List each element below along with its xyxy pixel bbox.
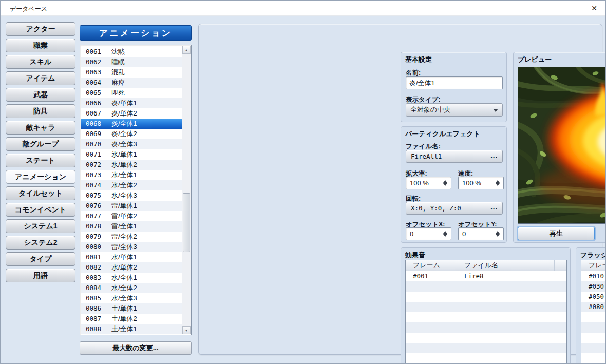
sidebar-item-weapons[interactable]: 武器: [6, 88, 75, 102]
flash-table[interactable]: フレーム時間色 #01030(255,221,51,204)#03030(187…: [581, 260, 606, 364]
animation-name: 水/全体1: [108, 274, 137, 281]
animation-list-item[interactable]: 0082水/単体2: [81, 262, 182, 273]
file-name-picker[interactable]: FireAll1 ...: [406, 150, 503, 163]
sidebar-item-common-events[interactable]: コモンイベント: [6, 203, 75, 217]
animation-list-item[interactable]: 0086土/単体1: [81, 303, 182, 314]
animation-list-item[interactable]: 0077雷/単体2: [81, 211, 182, 221]
animation-list-item[interactable]: 0080雷/全体3: [81, 242, 182, 252]
display-type-select[interactable]: 全対象の中央: [406, 103, 503, 117]
flash-row[interactable]: #05030(255,221,51,204): [581, 292, 606, 302]
se-row[interactable]: #001Fire8: [406, 271, 566, 281]
offset-y-value: 0: [462, 228, 466, 240]
animation-name: 炎/全体3: [108, 140, 137, 148]
animation-list-item[interactable]: 0084水/全体2: [81, 283, 182, 293]
sidebar-item-system1[interactable]: システム1: [6, 219, 75, 233]
sidebar-item-troops[interactable]: 敵グループ: [6, 137, 75, 151]
sidebar-item-enemies[interactable]: 敵キャラ: [6, 121, 75, 135]
flash-row[interactable]: #01030(255,221,51,204): [581, 271, 606, 281]
scroll-up-icon[interactable]: ▲: [182, 46, 191, 54]
preview-title: プレビュー: [518, 55, 552, 64]
animation-list[interactable]: 0061沈黙0062睡眠0063混乱0064麻痺0065即死0066炎/単体10…: [80, 45, 192, 335]
scroll-down-icon[interactable]: ▼: [182, 326, 191, 334]
animation-list-item[interactable]: 0070炎/全体3: [81, 139, 182, 149]
sidebar-item-terms[interactable]: 用語: [6, 269, 75, 282]
close-icon[interactable]: ✕: [588, 3, 600, 14]
sidebar-item-types[interactable]: タイプ: [6, 252, 75, 266]
animation-id: 0061: [86, 47, 108, 57]
animation-list-item[interactable]: 0071氷/単体1: [81, 149, 182, 160]
se-column-header-spacer: [555, 260, 566, 271]
animation-list-item[interactable]: 0069炎/全体2: [81, 129, 182, 139]
sidebar-item-states[interactable]: ステート: [6, 154, 75, 167]
sidebar-item-skills[interactable]: スキル: [6, 55, 75, 69]
sidebar-item-items[interactable]: アイテム: [6, 71, 75, 85]
animation-list-item[interactable]: 0074氷/全体2: [81, 180, 182, 190]
animation-id: 0077: [86, 211, 108, 221]
sidebar-item-classes[interactable]: 職業: [6, 39, 75, 52]
animation-list-item[interactable]: 0064麻痺: [81, 78, 182, 88]
animation-list-item[interactable]: 0068炎/全体1: [81, 119, 182, 129]
animation-list-item[interactable]: 0067炎/単体2: [81, 108, 182, 119]
animation-list-item[interactable]: 0063混乱: [81, 67, 182, 78]
animation-list-item[interactable]: 0073氷/全体1: [81, 170, 182, 180]
name-input[interactable]: 炎/全体1: [406, 76, 503, 89]
animation-list-item[interactable]: 0083水/全体1: [81, 273, 182, 283]
animation-id: 0065: [86, 88, 108, 98]
animation-list-item[interactable]: 0078雷/全体1: [81, 221, 182, 232]
spin-down-icon[interactable]: [443, 183, 447, 186]
animation-id: 0072: [86, 160, 108, 170]
sidebar-item-armors[interactable]: 防具: [6, 104, 75, 118]
ellipsis-icon: ...: [490, 201, 498, 213]
spin-up-icon[interactable]: [443, 180, 447, 183]
flash-row[interactable]: #08050(187,102,102,68): [581, 302, 606, 312]
animation-id: 0064: [86, 78, 108, 88]
animation-name: 氷/単体2: [108, 161, 137, 168]
scale-spinner[interactable]: 100 %: [406, 177, 451, 189]
sidebar-item-actors[interactable]: アクター: [6, 22, 75, 36]
flash-title: フラッシュ: [580, 251, 606, 260]
animation-list-item[interactable]: 0088土/全体1: [81, 324, 182, 334]
play-button[interactable]: 再生: [518, 227, 595, 240]
spin-up-icon[interactable]: [496, 180, 500, 183]
animation-list-item[interactable]: 0066炎/単体1: [81, 98, 182, 108]
animation-list-item[interactable]: 0072氷/単体2: [81, 160, 182, 170]
sidebar-item-animations[interactable]: アニメーション: [6, 170, 75, 184]
spin-up-icon[interactable]: [496, 231, 500, 234]
animation-list-item[interactable]: 0061沈黙: [81, 47, 182, 57]
speed-spinner[interactable]: 100 %: [458, 177, 504, 189]
animation-id: 0069: [86, 129, 108, 139]
animation-list-item[interactable]: 0079雷/全体2: [81, 232, 182, 242]
animation-list-item[interactable]: 0062睡眠: [81, 57, 182, 67]
title-bar: データベース ✕: [1, 1, 605, 16]
animation-name: 即死: [108, 89, 125, 97]
sidebar-item-system2[interactable]: システム2: [6, 236, 75, 250]
sound-effects-table[interactable]: フレームファイル名 #001Fire8: [405, 260, 567, 364]
animation-list-item[interactable]: 0087土/単体2: [81, 314, 182, 324]
animation-id: 0076: [86, 201, 108, 211]
change-maximum-button[interactable]: 最大数の変更...: [80, 341, 192, 355]
offset-y-spinner[interactable]: 0: [458, 227, 504, 240]
animation-list-item[interactable]: 0081水/単体1: [81, 252, 182, 262]
scale-value: 100 %: [410, 178, 429, 189]
list-scrollbar[interactable]: ▲ ▼: [182, 46, 191, 334]
animation-name: 炎/全体1: [108, 120, 137, 127]
animation-id: 0073: [86, 170, 108, 180]
scrollbar-thumb[interactable]: [183, 193, 190, 252]
animation-name: 雷/全体1: [108, 222, 137, 230]
offset-x-spinner[interactable]: 0: [406, 227, 451, 240]
spin-up-icon[interactable]: [443, 231, 447, 234]
database-window: データベース ✕ アクター職業スキルアイテム武器防具敵キャラ敵グループステートア…: [0, 0, 606, 364]
sidebar-item-tilesets[interactable]: タイルセット: [6, 186, 75, 200]
animation-list-item[interactable]: 0085水/全体3: [81, 293, 182, 303]
animation-list-item[interactable]: 0076雷/単体1: [81, 201, 182, 211]
animation-name: 雷/全体3: [108, 243, 137, 251]
animation-name: 雷/単体2: [108, 212, 137, 220]
spin-down-icon[interactable]: [443, 234, 447, 237]
flash-row[interactable]: #03030(187,102,102,68): [581, 281, 606, 292]
spin-down-icon[interactable]: [496, 183, 500, 186]
particle-effect-group: パーティクルエフェクト ファイル名: FireAll1 ... 拡大率: 速度:…: [401, 126, 507, 243]
rotation-picker[interactable]: X:0, Y:0, Z:0 ...: [406, 202, 503, 215]
animation-list-item[interactable]: 0065即死: [81, 88, 182, 98]
animation-list-item[interactable]: 0075氷/全体3: [81, 190, 182, 201]
spin-down-icon[interactable]: [496, 234, 500, 237]
